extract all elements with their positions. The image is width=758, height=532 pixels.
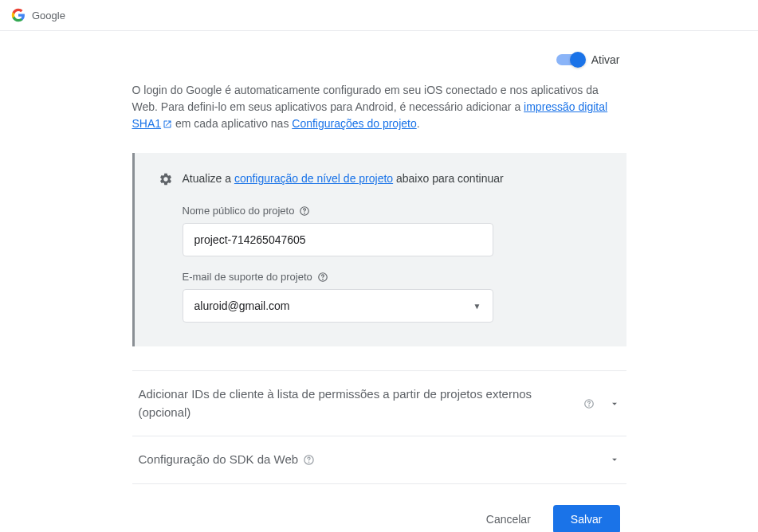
project-name-field-group: Nome público do projeto	[183, 205, 603, 256]
project-name-label-row: Nome público do projeto	[183, 205, 603, 217]
dropdown-arrow-icon: ▼	[473, 302, 481, 311]
intro-text-2: em cada aplicativo nas	[172, 117, 292, 130]
page-header: Google	[0, 0, 758, 31]
help-icon[interactable]	[317, 272, 328, 283]
project-level-config-link[interactable]: configuração de nível de projeto	[234, 172, 393, 185]
config-heading-prefix: Atualize a	[183, 172, 234, 185]
support-email-label-row: E-mail de suporte do projeto	[183, 271, 603, 283]
accordion-group: Adicionar IDs de cliente à lista de perm…	[132, 370, 626, 484]
enable-toggle-row: Ativar	[132, 53, 626, 66]
accordion-title-web-sdk: Configuração do SDK da Web	[139, 451, 299, 469]
accordion-item-client-ids: Adicionar IDs de cliente à lista de perm…	[132, 370, 626, 436]
enable-toggle-label: Ativar	[591, 53, 620, 66]
svg-point-1	[304, 213, 305, 213]
support-email-field-group: E-mail de suporte do projeto aluroid@gma…	[183, 271, 603, 323]
accordion-header-client-ids[interactable]: Adicionar IDs de cliente à lista de perm…	[132, 371, 626, 436]
cancel-button[interactable]: Cancelar	[483, 507, 534, 532]
help-icon[interactable]	[583, 398, 595, 409]
accordion-item-web-sdk: Configuração do SDK da Web	[132, 436, 626, 483]
config-card-header: Atualize a configuração de nível de proj…	[159, 170, 603, 187]
support-email-label: E-mail de suporte do projeto	[183, 271, 312, 283]
project-name-label: Nome público do projeto	[183, 205, 295, 217]
svg-point-3	[323, 279, 324, 280]
google-logo-icon	[11, 8, 26, 22]
project-config-card: Atualize a configuração de nível de proj…	[132, 153, 626, 346]
footer-actions: Cancelar Salvar	[132, 484, 626, 533]
save-button[interactable]: Salvar	[553, 505, 620, 533]
project-settings-link[interactable]: Configurações do projeto	[292, 117, 416, 130]
accordion-title-client-ids: Adicionar IDs de cliente à lista de perm…	[139, 385, 583, 421]
help-icon[interactable]	[303, 454, 315, 466]
intro-text-3: .	[417, 117, 420, 130]
toggle-knob	[570, 52, 586, 68]
support-email-value: aluroid@gmail.com	[194, 299, 290, 312]
main-content: Ativar O login do Google é automaticamen…	[132, 31, 626, 532]
chevron-down-icon	[609, 398, 620, 409]
support-email-select-wrap: aluroid@gmail.com ▼	[183, 289, 493, 323]
svg-point-5	[588, 405, 589, 406]
chevron-down-icon	[609, 454, 620, 465]
accordion-header-web-sdk[interactable]: Configuração do SDK da Web	[132, 436, 626, 483]
config-heading-suffix: abaixo para continuar	[393, 172, 504, 185]
intro-paragraph: O login do Google é automaticamente conf…	[132, 82, 626, 132]
header-title: Google	[32, 10, 65, 22]
gear-icon	[159, 172, 173, 186]
project-name-input[interactable]	[183, 223, 493, 256]
external-link-icon	[163, 119, 172, 129]
help-icon[interactable]	[299, 205, 310, 217]
svg-point-7	[308, 462, 309, 463]
config-heading: Atualize a configuração de nível de proj…	[183, 170, 504, 187]
support-email-select[interactable]: aluroid@gmail.com ▼	[183, 289, 493, 323]
enable-toggle[interactable]	[556, 54, 583, 65]
